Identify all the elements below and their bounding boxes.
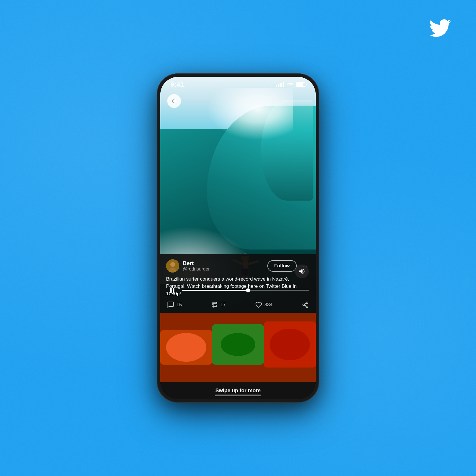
twitter-logo	[427, 17, 453, 40]
action-row: 15 17 834	[166, 301, 310, 308]
share-action[interactable]	[302, 301, 309, 308]
battery-icon	[296, 82, 305, 87]
user-display-name: Bert	[183, 260, 264, 266]
video-progress-bar[interactable]	[182, 290, 309, 291]
wave-spray	[206, 88, 293, 140]
status-bar: 9:41	[160, 77, 316, 92]
retweet-action[interactable]: 17	[211, 301, 226, 308]
app-screen: 9:41	[160, 77, 316, 399]
swipe-up-label: Swipe up for more	[215, 388, 260, 394]
svg-point-17	[270, 329, 310, 360]
phone-screen: 9:41	[160, 77, 316, 399]
volume-button[interactable]	[295, 264, 309, 278]
signal-bar-1	[276, 85, 277, 87]
home-indicator	[215, 395, 261, 396]
avatar[interactable]	[166, 259, 179, 273]
like-action[interactable]: 834	[255, 301, 273, 308]
pause-button[interactable]	[167, 285, 178, 296]
svg-point-9	[170, 262, 175, 267]
progress-thumb	[246, 288, 250, 292]
comment-count: 15	[176, 302, 182, 308]
user-handle: @rodrisurger	[183, 266, 264, 272]
signal-bar-4	[283, 82, 284, 87]
back-button[interactable]	[167, 94, 181, 108]
comment-action[interactable]: 15	[167, 301, 182, 308]
battery-fill	[297, 83, 303, 86]
tweet-overlay: Bert @rodrisurger Follow ··· Brazilian s…	[160, 254, 316, 313]
phone-outer-shell: 9:41	[157, 74, 319, 402]
svg-point-16	[221, 333, 255, 356]
phone-mockup: 9:41	[157, 74, 319, 402]
svg-point-15	[166, 333, 206, 362]
signal-bar-3	[280, 83, 282, 87]
status-icons	[276, 82, 305, 88]
user-info: Bert @rodrisurger	[183, 260, 264, 272]
like-count: 834	[264, 302, 273, 308]
follow-button[interactable]: Follow	[267, 260, 297, 272]
retweet-count: 17	[220, 302, 226, 308]
user-row: Bert @rodrisurger Follow ···	[166, 259, 310, 273]
video-controls	[160, 285, 316, 296]
progress-fill	[182, 290, 248, 291]
swipe-label-bar: Swipe up for more	[160, 382, 316, 399]
status-time: 9:41	[171, 81, 184, 88]
swipe-up-section[interactable]: Swipe up for more	[160, 313, 316, 399]
wifi-icon	[287, 82, 293, 88]
next-video-preview	[160, 313, 316, 382]
signal-bar-2	[278, 84, 279, 87]
signal-icon	[276, 82, 284, 87]
